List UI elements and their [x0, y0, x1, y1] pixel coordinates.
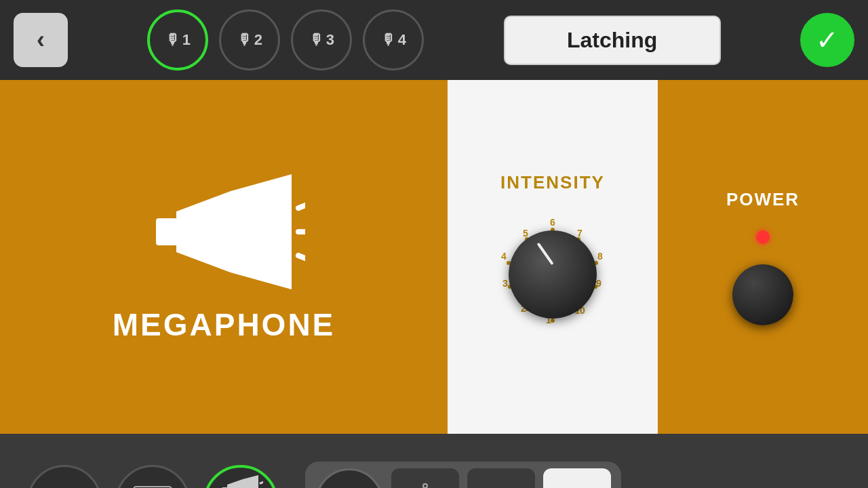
- svg-point-50: [423, 484, 427, 488]
- intensity-label: INTENSITY: [500, 172, 605, 193]
- eq2-effect-button[interactable]: b♯: [543, 468, 611, 488]
- knob-body[interactable]: [509, 230, 597, 319]
- right-effects-group: b♯: [305, 462, 621, 488]
- megaphone-small-icon: [219, 474, 263, 488]
- mic-icon-1: 🎙: [165, 31, 180, 49]
- center-panel: INTENSITY 1 2 3 4 5 6 7 8 9 10: [448, 80, 658, 434]
- mic-tab-1[interactable]: 🎙 1: [147, 9, 208, 70]
- effect-name-label: MEGAPHONE: [113, 306, 336, 343]
- svg-text:8: 8: [597, 251, 603, 262]
- checkmark-icon: ✓: [816, 24, 839, 56]
- svg-rect-1: [156, 218, 178, 245]
- mic-icon-2: 🎙: [237, 31, 252, 49]
- static-effect-button[interactable]: [115, 465, 190, 488]
- mic-tab-label-4: 4: [398, 31, 406, 49]
- svg-line-3: [298, 201, 305, 208]
- mic-icon-3: 🎙: [309, 31, 324, 49]
- waves-effect-button[interactable]: [27, 465, 102, 488]
- svg-text:6: 6: [550, 217, 555, 228]
- latching-button[interactable]: Latching: [504, 16, 721, 65]
- mic-tab-4[interactable]: 🎙 4: [363, 9, 424, 70]
- svg-marker-2: [231, 174, 292, 289]
- megaphone-display-icon: [142, 171, 305, 293]
- back-icon: ‹: [37, 26, 45, 54]
- eq2-icon: b♯: [557, 484, 597, 489]
- svg-line-5: [298, 256, 305, 262]
- power-knob[interactable]: [732, 264, 793, 325]
- left-panel: MEGAPHONE: [0, 80, 448, 434]
- svg-line-38: [260, 481, 263, 483]
- mic-tab-label-1: 1: [182, 31, 191, 49]
- confirm-button[interactable]: ✓: [800, 13, 854, 67]
- right-panel: POWER: [658, 80, 868, 434]
- mic-tab-2[interactable]: 🎙 2: [219, 9, 280, 70]
- top-bar: ‹ 🎙 1 🎙 2 🎙 3 🎙 4: [0, 0, 868, 80]
- robot-effect-button[interactable]: [391, 468, 459, 488]
- mic-tabs: 🎙 1 🎙 2 🎙 3 🎙 4: [147, 9, 424, 70]
- spy-icon: [481, 482, 521, 488]
- svg-text:7: 7: [577, 228, 583, 239]
- svg-marker-37: [243, 475, 258, 488]
- spy-effect-button[interactable]: [467, 468, 535, 488]
- svg-marker-35: [227, 479, 243, 488]
- megaphone-effect-button[interactable]: [203, 465, 278, 488]
- mic-tab-label-3: 3: [326, 31, 334, 49]
- main-area: MEGAPHONE INTENSITY 1 2 3 4 5 6 7 8 9 10: [0, 80, 868, 434]
- robot-icon: [405, 482, 446, 488]
- svg-point-16: [551, 319, 555, 323]
- intensity-knob[interactable]: 1 2 3 4 5 6 7 8 9 10: [485, 207, 620, 342]
- eq-circle-button[interactable]: b♯: [315, 468, 383, 488]
- power-label: POWER: [726, 189, 800, 210]
- svg-text:4: 4: [501, 251, 507, 262]
- static-icon: [132, 485, 173, 488]
- back-button[interactable]: ‹: [14, 13, 68, 67]
- mic-icon-4: 🎙: [381, 31, 396, 49]
- mic-tab-label-2: 2: [254, 31, 262, 49]
- svg-text:3: 3: [502, 278, 508, 289]
- power-indicator-led: [756, 230, 770, 244]
- latching-label: Latching: [567, 28, 657, 52]
- svg-marker-0: [176, 191, 231, 272]
- svg-text:5: 5: [523, 228, 528, 239]
- bottom-section: b♯: [0, 434, 868, 488]
- mic-tab-3[interactable]: 🎙 3: [291, 9, 352, 70]
